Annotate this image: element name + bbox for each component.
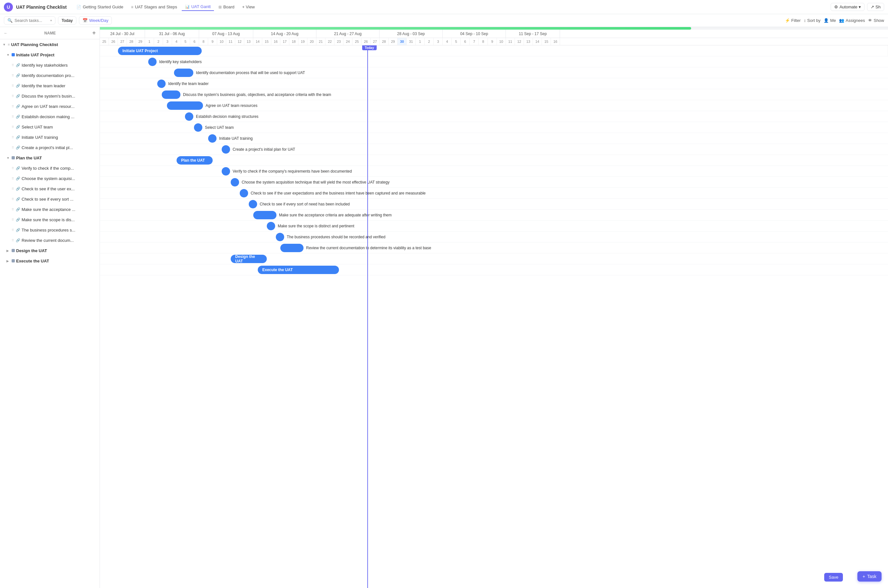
collapse-icon[interactable]: ▼ <box>3 43 6 46</box>
share-button[interactable]: ↗ Sh <box>867 3 884 11</box>
day-cell: 23 <box>334 38 344 45</box>
collapse-icon[interactable]: ▶ <box>6 259 10 263</box>
drag-handle[interactable]: ⠿ <box>12 177 14 180</box>
day-cell: 31 <box>407 38 416 45</box>
tree-item-t3[interactable]: ⠿ 🔗 Identify the team leader <box>0 81 99 91</box>
milestone-p2[interactable] <box>231 178 239 186</box>
calendar-icon: 📅 <box>83 18 88 23</box>
tab-stages[interactable]: ≡ UAT Stages and Steps <box>128 3 180 10</box>
gantt-row-p4: Check to see if every sort of need has b… <box>100 199 888 210</box>
bar-p8[interactable] <box>280 244 304 252</box>
milestone-t1[interactable] <box>148 58 156 66</box>
tree-item-p6[interactable]: ⠿ 🔗 Make sure the scope is dis... <box>0 214 99 225</box>
drag-handle[interactable]: ⠿ <box>12 84 14 88</box>
drag-handle[interactable]: ⠿ <box>12 208 14 211</box>
day-cell: 2 <box>154 38 163 45</box>
milestone-p1[interactable] <box>222 167 230 176</box>
collapse-all-icon[interactable]: ← <box>4 31 8 35</box>
drag-handle[interactable]: ⠿ <box>12 218 14 222</box>
milestone-t7[interactable] <box>194 123 202 132</box>
tree-item-execute[interactable]: ▶ Execute the UAT <box>0 256 99 266</box>
drag-handle[interactable]: ⠿ <box>12 146 14 149</box>
collapse-icon[interactable]: ▼ <box>6 53 10 57</box>
collapse-icon[interactable]: ▼ <box>6 156 10 160</box>
tree-item-initiate[interactable]: ▼ Initiate UAT Project <box>0 50 99 60</box>
drag-handle[interactable]: ⠿ <box>12 115 14 118</box>
tree-item-root[interactable]: ▼ ≡ UAT Planning Checklist <box>0 39 99 50</box>
bar-initiate[interactable]: Initiate UAT Project <box>118 47 202 55</box>
task-icon: 🔗 <box>16 197 20 201</box>
milestone-t9[interactable] <box>222 145 230 154</box>
tree-item-t9[interactable]: ⠿ 🔗 Create a project's initial pl... <box>0 142 99 153</box>
milestone-p6[interactable] <box>267 222 275 230</box>
add-task-button[interactable]: + Task <box>857 571 882 582</box>
milestone-p7[interactable] <box>276 233 284 241</box>
drag-handle[interactable]: ⠿ <box>12 136 14 139</box>
tree-item-p4[interactable]: ⠿ 🔗 Check to see if every sort ... <box>0 194 99 204</box>
drag-handle[interactable]: ⠿ <box>12 228 14 232</box>
sort-button[interactable]: ↕ Sort by <box>804 18 820 23</box>
tree-item-t1[interactable]: ⠿ 🔗 Identify key stakeholders <box>0 60 99 70</box>
color-dot <box>12 249 15 252</box>
bar-t5[interactable] <box>167 101 203 110</box>
bar-t2[interactable] <box>174 69 193 77</box>
search-input[interactable] <box>15 18 48 23</box>
tab-view-add[interactable]: + View <box>239 3 258 10</box>
drag-handle[interactable]: ⠿ <box>12 187 14 190</box>
me-button[interactable]: 👤 Me <box>823 18 836 23</box>
drag-handle[interactable]: ⠿ <box>12 63 14 67</box>
tab-gantt[interactable]: 📊 UAT Gantt <box>182 3 214 11</box>
today-button[interactable]: Today <box>58 16 77 24</box>
day-cell: 9 <box>488 38 497 45</box>
bar-execute[interactable]: Execute the UAT <box>258 266 339 274</box>
bar-label-t2: Identify documentation process that will… <box>196 70 305 75</box>
search-box[interactable]: 🔍 ▾ <box>4 16 56 24</box>
gantt-body[interactable]: Today Initiate UAT Project Identify key … <box>100 45 888 588</box>
tree-item-t4[interactable]: ⠿ 🔗 Discuss the system's busin... <box>0 91 99 101</box>
day-cell: 19 <box>298 38 307 45</box>
drag-handle[interactable]: ⠿ <box>12 105 14 108</box>
bar-design[interactable]: Design the UAT <box>231 255 267 263</box>
assignees-icon: 👥 <box>839 18 844 23</box>
drag-handle[interactable]: ⠿ <box>12 166 14 170</box>
drag-handle[interactable]: ⠿ <box>12 74 14 77</box>
tree-item-t7[interactable]: ⠿ 🔗 Select UAT team <box>0 122 99 132</box>
tree-item-design[interactable]: ▶ Design the UAT <box>0 245 99 256</box>
bar-t4[interactable] <box>162 90 180 99</box>
tree-item-p1[interactable]: ⠿ 🔗 Verify to check if the comp... <box>0 163 99 173</box>
milestone-t3[interactable] <box>157 80 165 88</box>
drag-handle[interactable]: ⠿ <box>12 125 14 129</box>
tree-item-p7[interactable]: ⠿ 🔗 The business procedures s... <box>0 225 99 235</box>
milestone-p4[interactable] <box>249 200 257 208</box>
bar-p5[interactable] <box>253 211 276 219</box>
drag-handle[interactable]: ⠿ <box>12 238 14 242</box>
collapse-icon[interactable]: ▶ <box>6 249 10 252</box>
automate-button[interactable]: ⚙ Automate ▾ <box>831 3 864 11</box>
assignees-button[interactable]: 👥 Assignees <box>839 18 865 23</box>
milestone-t8[interactable] <box>208 134 216 142</box>
filter-button[interactable]: ⚡ Filter <box>785 18 801 23</box>
tree-item-t8[interactable]: ⠿ 🔗 Initiate UAT training <box>0 132 99 142</box>
save-button[interactable]: Save <box>824 573 843 582</box>
bar-plan[interactable]: Plan the UAT <box>177 156 213 165</box>
board-icon: ⊞ <box>218 5 222 9</box>
tab-board[interactable]: ⊞ Board <box>215 3 238 10</box>
tree-item-p8[interactable]: ⠿ 🔗 Review the current docum... <box>0 235 99 245</box>
drag-handle[interactable]: ⠿ <box>12 197 14 201</box>
tab-getting-started[interactable]: 📄 Getting Started Guide <box>73 3 127 10</box>
tree-item-plan[interactable]: ▼ Plan the UAT <box>0 153 99 163</box>
milestone-p3[interactable] <box>240 189 248 197</box>
week-day-button[interactable]: 📅 Week/Day <box>79 16 112 24</box>
tree-item-t6[interactable]: ⠿ 🔗 Establish decision making ... <box>0 111 99 122</box>
milestone-t6[interactable] <box>185 112 193 121</box>
tree-item-t2[interactable]: ⠿ 🔗 Identify documentation pro... <box>0 70 99 81</box>
add-task-inline-button[interactable]: + <box>92 30 96 36</box>
gantt-icon: 📊 <box>185 4 190 9</box>
tree-item-p3[interactable]: ⠿ 🔗 Check to see if the user ex... <box>0 183 99 194</box>
tree-item-p5[interactable]: ⠿ 🔗 Make sure the acceptance ... <box>0 204 99 214</box>
show-button[interactable]: 👁 Show <box>868 18 884 23</box>
drag-handle[interactable]: ⠿ <box>12 94 14 98</box>
tree-item-t5[interactable]: ⠿ 🔗 Agree on UAT team resour... <box>0 101 99 111</box>
tree-item-p2[interactable]: ⠿ 🔗 Choose the system acquisi... <box>0 173 99 183</box>
day-cell: 25 <box>100 38 109 45</box>
